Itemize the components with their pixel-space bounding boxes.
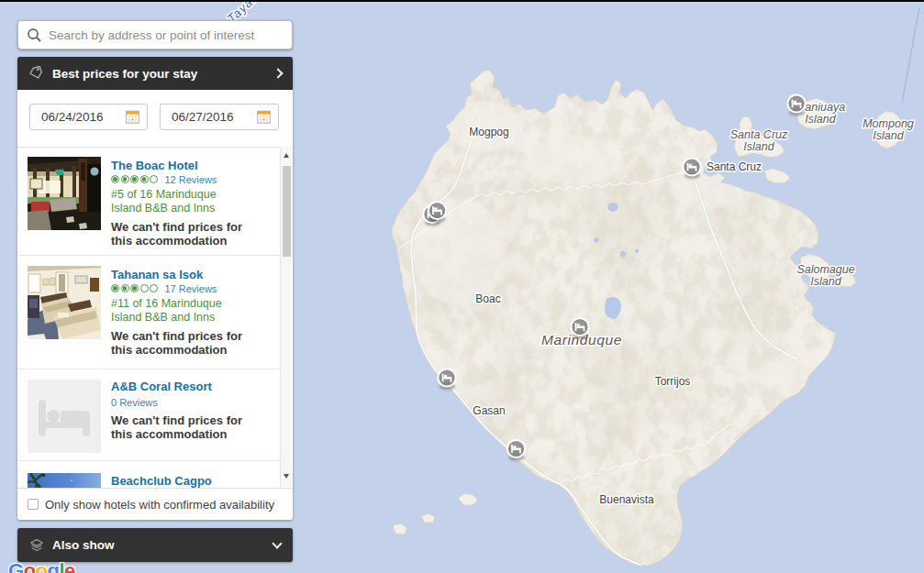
rating-bubble-filled	[121, 175, 129, 183]
availability-checkbox[interactable]	[28, 499, 39, 510]
list-scrollbar[interactable]	[280, 147, 292, 487]
no-prices-message: We can't find prices for this accommodat…	[111, 329, 276, 357]
rating-bubble-filled	[111, 175, 119, 183]
town-label-mogpog: Mogpog	[469, 126, 508, 138]
island-label-maniuaya: Island	[805, 113, 836, 126]
map-search-box[interactable]	[17, 20, 293, 50]
hotel-card-tahanan[interactable]: Tahanan sa Isok 17 Reviews #11 of 16 Mar…	[17, 256, 280, 369]
rating-row: 17 Reviews	[111, 283, 276, 293]
also-show-title: Also show	[52, 538, 273, 552]
google-logo-letter: o	[36, 559, 48, 573]
hotel-card-boac[interactable]: The Boac Hotel 12 Reviews #5 of 16 Marin…	[17, 147, 280, 256]
hotel-results-list: The Boac Hotel 12 Reviews #5 of 16 Marin…	[17, 147, 293, 488]
island-label-mompong: Mompong	[863, 117, 914, 130]
hotel-photo-tahanan[interactable]	[28, 266, 101, 339]
lodging-marker-2[interactable]	[683, 158, 700, 178]
rating-bubble-empty	[140, 284, 149, 292]
island-label-santa-cruz: Island	[743, 140, 774, 153]
hotel-prices-panel: Best prices for your stay 06/24/2016 06/…	[17, 57, 293, 520]
lodging-marker-4[interactable]	[429, 202, 446, 222]
hotel-info: The Boac Hotel 12 Reviews #5 of 16 Marin…	[111, 147, 276, 248]
layers-icon	[29, 538, 44, 553]
availability-filter-row: Only show hotels with confirmed availabi…	[17, 488, 293, 520]
hotel-card-coral[interactable]: A&B Coral Resort 0 Reviews We can't find…	[17, 369, 280, 461]
rating-bubble-filled	[130, 175, 139, 183]
island-label-santa-cruz: Santa Cruz	[730, 128, 788, 141]
lodging-marker-1[interactable]	[787, 94, 805, 115]
hotel-info: Tahanan sa Isok 17 Reviews #11 of 16 Mar…	[111, 256, 276, 357]
google-logo-letter: e	[64, 559, 75, 573]
rating-row: 0 Reviews	[111, 397, 276, 407]
review-count-link[interactable]: 12 Reviews	[165, 174, 217, 185]
scrollbar-thumb[interactable]	[283, 166, 291, 257]
price-tag-icon	[28, 66, 44, 82]
island-label-salomague: Salomague	[796, 263, 854, 276]
chevron-down-icon	[272, 538, 282, 548]
hotel-rank: #5 of 16 Marinduque Island B&B and Inns	[111, 188, 276, 215]
rating-row: 12 Reviews	[111, 174, 276, 184]
check-in-date-value: 06/24/2016	[41, 110, 126, 124]
town-label-torrijos: Torrijos	[655, 375, 691, 388]
scroll-down-button[interactable]	[281, 469, 292, 483]
google-logo: Google	[8, 559, 75, 573]
town-label-santa-cruz: Santa Cruz	[707, 160, 762, 173]
availability-filter-label[interactable]: Only show hotels with confirmed availabi…	[45, 498, 274, 512]
rating-bubble-filled	[140, 175, 149, 183]
town-label-boac: Boac	[475, 292, 500, 305]
hotel-name-link[interactable]: A&B Coral Resort	[111, 380, 212, 393]
island-label-mompong: Island	[873, 129, 904, 142]
no-prices-message: We can't find prices for this accommodat…	[111, 413, 276, 441]
calendar-icon[interactable]	[126, 110, 139, 124]
google-logo-letter: g	[48, 559, 60, 573]
lodging-marker-7[interactable]	[507, 440, 525, 460]
rating-bubble-filled	[111, 284, 119, 292]
hotel-photo-placeholder[interactable]	[28, 380, 101, 453]
hotel-name-link[interactable]: Tahanan sa Isok	[111, 268, 203, 281]
google-logo-letter: o	[24, 559, 36, 573]
island-label-salomague: Island	[810, 275, 841, 288]
review-count-link[interactable]: 0 Reviews	[111, 397, 158, 408]
check-in-date-field[interactable]: 06/24/2016	[29, 104, 148, 130]
check-out-date-value: 06/27/2016	[172, 110, 257, 124]
rating-bubble-filled	[130, 284, 139, 292]
search-icon	[27, 28, 42, 43]
rating-bubbles	[111, 175, 160, 183]
rating-bubbles	[111, 284, 160, 292]
check-out-date-field[interactable]: 06/27/2016	[160, 104, 279, 130]
rating-bubble-empty	[150, 175, 158, 183]
hotel-name-link[interactable]: Beachclub Cagpo	[111, 474, 212, 488]
town-label-gasan: Gasan	[473, 404, 505, 417]
date-range-section: 06/24/2016 06/27/2016	[17, 90, 293, 147]
hotel-rank: #11 of 16 Marinduque Island B&B and Inns	[111, 297, 276, 325]
hotel-info: Beachclub Cagpo	[111, 461, 276, 488]
rating-bubble-empty	[150, 284, 158, 292]
hotel-photo-beachclub[interactable]	[28, 473, 101, 488]
top-window-strip	[0, 0, 924, 2]
best-prices-title: Best prices for your stay	[52, 67, 274, 81]
town-label-buenavista: Buenavista	[599, 493, 654, 506]
lodging-marker-5[interactable]	[571, 318, 588, 338]
best-prices-header[interactable]: Best prices for your stay	[17, 57, 293, 90]
calendar-icon[interactable]	[257, 110, 271, 124]
also-show-bar[interactable]: Also show	[17, 528, 293, 562]
scroll-down-icon	[284, 474, 289, 479]
scroll-up-button[interactable]	[281, 149, 292, 162]
rating-bubble-filled	[121, 284, 129, 292]
google-logo-letter: G	[8, 559, 24, 573]
hotel-card-beachclub[interactable]: Beachclub Cagpo	[17, 461, 280, 488]
scroll-up-icon	[284, 153, 289, 158]
review-count-link[interactable]: 17 Reviews	[165, 283, 217, 294]
hotel-name-link[interactable]: The Boac Hotel	[111, 159, 198, 172]
lodging-marker-6[interactable]	[438, 369, 455, 389]
no-prices-message: We can't find prices for this accommodat…	[111, 220, 276, 248]
search-input[interactable]	[42, 28, 284, 42]
hotel-photo-boac[interactable]	[28, 157, 101, 230]
chevron-right-icon	[273, 68, 283, 78]
hotel-info: A&B Coral Resort 0 Reviews We can't find…	[111, 369, 276, 441]
